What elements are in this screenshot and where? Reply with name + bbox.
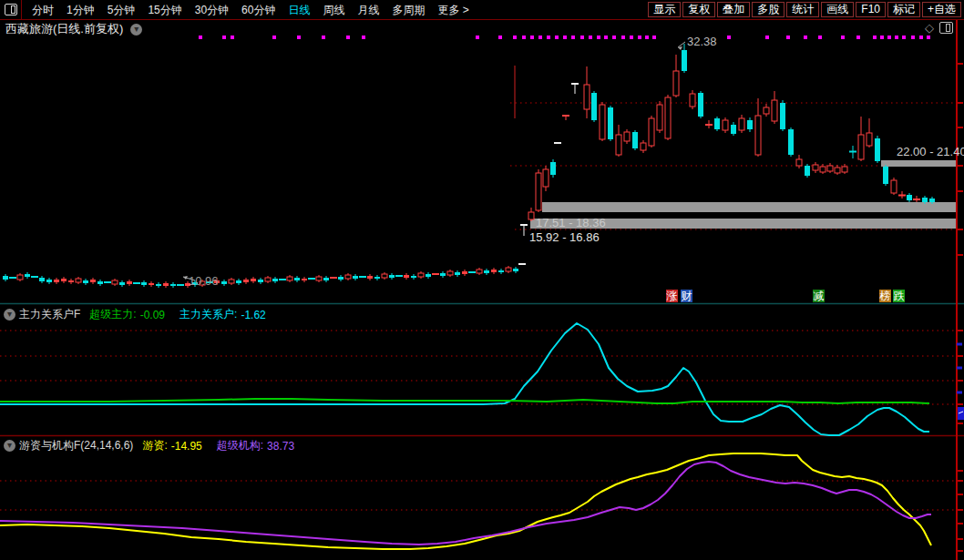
price-label-band-low: 15.92 - 16.86 xyxy=(529,230,600,244)
price-label-band-right: 22.00 - 21.40 xyxy=(897,145,964,158)
panel2-series1-value: -0.09 xyxy=(140,309,165,321)
signal-dot xyxy=(322,36,325,39)
signal-dot xyxy=(555,36,559,39)
signal-dot xyxy=(727,36,731,39)
candle xyxy=(229,280,234,283)
panel3-indicator-name: 游资与机构F(24,14,6,6) xyxy=(19,438,133,453)
signal-dot xyxy=(589,36,592,39)
candle xyxy=(316,277,322,280)
candle xyxy=(550,162,556,175)
candle xyxy=(657,105,662,130)
signal-dot xyxy=(231,36,234,39)
price-label-band-mid: 17.51 - 18.36 xyxy=(536,216,606,229)
candle xyxy=(68,280,74,282)
candle xyxy=(682,50,687,71)
signal-dot xyxy=(630,36,633,39)
candle xyxy=(813,165,818,170)
signal-dot xyxy=(597,36,600,39)
candle xyxy=(907,195,912,200)
candle xyxy=(287,277,292,280)
signal-dot xyxy=(841,36,845,39)
signal-badge: 榜 xyxy=(879,290,891,302)
signal-dot xyxy=(522,36,526,39)
supply-band xyxy=(542,202,957,212)
candle xyxy=(17,275,23,280)
chart-canvas xyxy=(0,0,964,560)
candle xyxy=(649,118,654,146)
candle xyxy=(498,270,504,272)
signal-dot xyxy=(652,36,656,39)
signal-dot xyxy=(645,36,649,39)
signal-dot xyxy=(362,36,365,39)
candle xyxy=(112,280,118,284)
panel3-series1-value: -14.95 xyxy=(171,440,202,453)
signal-dot xyxy=(604,36,608,39)
candle xyxy=(591,93,597,120)
candle xyxy=(858,135,864,159)
candle xyxy=(922,198,928,202)
candle xyxy=(608,107,613,139)
candle xyxy=(302,279,307,280)
candle xyxy=(3,276,8,280)
chevron-down-icon[interactable]: ▾ xyxy=(4,309,15,321)
chevron-down-icon[interactable]: ▾ xyxy=(4,440,15,452)
signal-dot xyxy=(911,36,915,39)
signal-badge: 财 xyxy=(681,290,692,302)
candle xyxy=(404,275,409,278)
candle xyxy=(39,278,45,281)
candle xyxy=(764,107,769,114)
signal-dot xyxy=(547,36,550,39)
candle xyxy=(875,138,880,161)
candle xyxy=(83,280,88,283)
candle xyxy=(731,125,736,134)
candle xyxy=(891,180,897,193)
candle xyxy=(506,268,511,271)
signal-badge: 减 xyxy=(813,290,825,302)
candle xyxy=(236,280,241,283)
candle xyxy=(61,279,67,281)
signal-dot xyxy=(563,36,567,39)
signal-dot xyxy=(856,36,860,39)
signal-dot xyxy=(804,36,807,39)
signal-dot xyxy=(880,36,884,39)
signal-dot xyxy=(199,36,202,39)
signal-dot xyxy=(765,36,769,39)
signal-dot xyxy=(346,36,350,39)
signal-dot xyxy=(919,36,923,39)
candle xyxy=(536,173,541,210)
candle xyxy=(46,280,52,282)
signal-dot xyxy=(297,36,301,39)
candle xyxy=(90,280,96,282)
candle xyxy=(883,167,888,184)
candle xyxy=(447,271,453,275)
candle xyxy=(374,277,380,279)
candle xyxy=(584,85,590,109)
signal-dot xyxy=(222,36,226,39)
candle xyxy=(54,280,59,282)
signal-badge: 跌 xyxy=(893,290,905,302)
candle xyxy=(119,282,125,285)
candle xyxy=(673,71,679,96)
supply-band xyxy=(881,160,957,167)
candle xyxy=(788,129,794,155)
candle xyxy=(265,278,271,281)
candle xyxy=(76,279,81,282)
candle xyxy=(345,275,351,279)
candle xyxy=(780,103,785,129)
panel3-series2-label: 超级机构: xyxy=(217,438,263,453)
signal-dot xyxy=(895,36,898,39)
signal-dot xyxy=(571,36,575,39)
candle xyxy=(616,135,621,155)
signal-dot xyxy=(538,36,542,39)
candle xyxy=(163,283,169,286)
candle xyxy=(600,105,605,139)
signal-dot xyxy=(580,36,584,39)
price-axis xyxy=(956,20,958,560)
panel2-series2-value: -1.62 xyxy=(241,309,265,321)
candle xyxy=(755,116,761,155)
candle xyxy=(25,274,30,277)
candle xyxy=(221,281,227,284)
panel2-series1-label: 超级主力: xyxy=(89,307,136,322)
candle xyxy=(929,199,935,202)
signal-dot xyxy=(887,36,891,39)
